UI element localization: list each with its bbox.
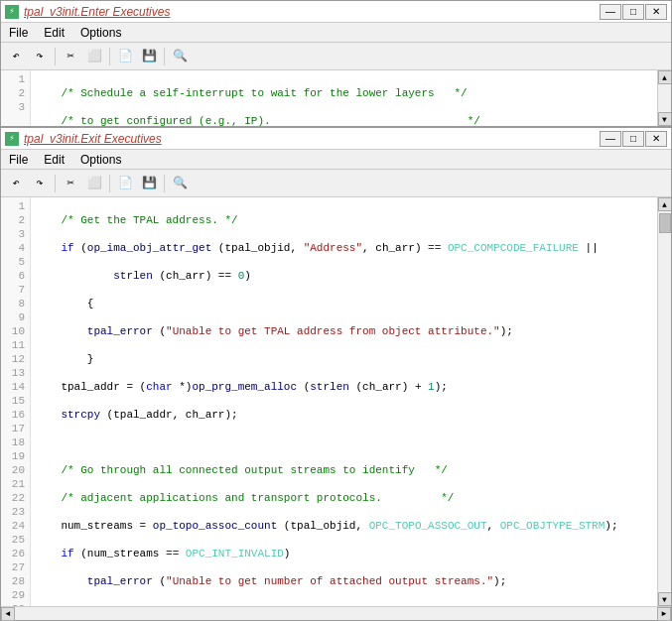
title-text-2: tpal_v3init.Exit Executives xyxy=(24,132,600,146)
menu-options-1[interactable]: Options xyxy=(76,25,125,41)
code-line-2-6: } xyxy=(35,352,653,366)
line-num-1: 1 xyxy=(1,72,30,86)
toolbar-sep-5 xyxy=(109,175,110,192)
code-content-1[interactable]: /* Schedule a self-interrupt to wait for… xyxy=(31,70,657,126)
title-text-1: tpal_v3init.Enter Executives xyxy=(24,5,600,19)
code-line-2-1: /* Get the TPAL address. */ xyxy=(35,213,653,227)
close-btn-1[interactable]: ✕ xyxy=(645,4,667,20)
title-italic-1: tpal_v3init.Enter Executives xyxy=(24,5,170,19)
toolbar-sep-2 xyxy=(109,48,110,65)
copy-btn-2[interactable]: ⬜ xyxy=(83,173,105,194)
toolbar-sep-3 xyxy=(164,48,165,65)
code-line-2-5: tpal_error ("Unable to get TPAL address … xyxy=(35,324,653,338)
code-line-2-10: /* Go through all connected output strea… xyxy=(35,463,653,477)
search-btn-1[interactable]: 🔍 xyxy=(169,46,191,67)
undo-btn-2[interactable]: ↶ xyxy=(5,173,27,194)
window-icon-1: ⚡ xyxy=(5,5,19,19)
toolbar-sep-1 xyxy=(55,48,56,65)
line-num-2: 2 xyxy=(1,86,30,100)
save-btn-2[interactable]: 💾 xyxy=(138,173,160,194)
menu-edit-2[interactable]: Edit xyxy=(40,152,68,168)
file-btn-2[interactable]: 📄 xyxy=(114,173,136,194)
copy-btn-1[interactable]: ⬜ xyxy=(83,46,105,67)
hscroll-bar-2[interactable]: ◄ ► xyxy=(1,606,671,620)
title-bar-buttons-1: — □ ✕ xyxy=(600,4,667,20)
menu-bar-2: File Edit Options xyxy=(1,150,671,170)
close-btn-2[interactable]: ✕ xyxy=(645,131,667,147)
menu-options-2[interactable]: Options xyxy=(76,152,125,168)
scroll-down-2[interactable]: ▼ xyxy=(658,592,672,606)
code-area-1: 1 2 3 /* Schedule a self-interrupt to wa… xyxy=(1,70,671,126)
cut-btn-1[interactable]: ✂ xyxy=(60,46,81,67)
code-line-1-2: /* to get configured (e.g., IP). */ xyxy=(35,114,653,126)
search-btn-2[interactable]: 🔍 xyxy=(169,173,191,194)
title-bar-buttons-2: — □ ✕ xyxy=(600,131,667,147)
window-2: ⚡ tpal_v3init.Exit Executives — □ ✕ File… xyxy=(0,127,672,621)
code-line-2-2: if (op_ima_obj_attr_get (tpal_objid, "Ad… xyxy=(35,241,653,255)
scroll-up-1[interactable]: ▲ xyxy=(658,70,672,84)
line-num-3: 3 xyxy=(1,100,30,114)
save-btn-1[interactable]: 💾 xyxy=(138,46,160,67)
toolbar-1: ↶ ↷ ✂ ⬜ 📄 💾 🔍 xyxy=(1,43,671,70)
cut-btn-2[interactable]: ✂ xyxy=(60,173,81,194)
undo-btn-1[interactable]: ↶ xyxy=(5,46,27,67)
code-line-2-14: tpal_error ("Unable to get number of att… xyxy=(35,574,653,588)
minimize-btn-1[interactable]: — xyxy=(600,4,621,20)
code-line-2-3: strlen (ch_arr) == 0) xyxy=(35,269,653,283)
hscroll-left-2[interactable]: ◄ xyxy=(1,607,15,621)
title-bar-1: ⚡ tpal_v3init.Enter Executives — □ ✕ xyxy=(1,1,671,23)
maximize-btn-1[interactable]: □ xyxy=(622,4,644,20)
window-icon-2: ⚡ xyxy=(5,132,19,146)
code-line-2-7: tpal_addr = (char *)op_prg_mem_alloc (st… xyxy=(35,380,653,394)
scroll-down-1[interactable]: ▼ xyxy=(658,112,672,126)
code-line-1-1: /* Schedule a self-interrupt to wait for… xyxy=(35,86,653,100)
hscroll-right-2[interactable]: ► xyxy=(657,607,671,621)
title-italic-2: tpal_v3init.Exit Executives xyxy=(24,132,162,146)
toolbar-2: ↶ ↷ ✂ ⬜ 📄 💾 🔍 xyxy=(1,170,671,197)
code-line-2-13: if (num_streams == OPC_INT_INVALID) xyxy=(35,547,653,560)
code-content-2[interactable]: /* Get the TPAL address. */ if (op_ima_o… xyxy=(31,197,657,606)
code-line-2-8: strcpy (tpal_addr, ch_arr); xyxy=(35,408,653,422)
code-line-2-4: { xyxy=(35,297,653,310)
toolbar-sep-6 xyxy=(164,175,165,192)
scroll-up-2[interactable]: ▲ xyxy=(658,197,672,211)
line-numbers-1: 1 2 3 xyxy=(1,70,31,126)
title-bar-2: ⚡ tpal_v3init.Exit Executives — □ ✕ xyxy=(1,128,671,150)
menu-edit-1[interactable]: Edit xyxy=(40,25,68,41)
redo-btn-1[interactable]: ↷ xyxy=(29,46,51,67)
scroll-track-2[interactable]: ▲ ▼ xyxy=(657,197,671,606)
redo-btn-2[interactable]: ↷ xyxy=(29,173,51,194)
code-line-2-15 xyxy=(35,602,653,606)
scroll-thumb-2[interactable] xyxy=(659,213,671,233)
menu-bar-1: File Edit Options xyxy=(1,23,671,43)
maximize-btn-2[interactable]: □ xyxy=(622,131,644,147)
scroll-track-1[interactable]: ▲ ▼ xyxy=(657,70,671,126)
code-area-2: 1 2 3 4 5 6 7 8 9 10 11 12 13 14 15 16 1… xyxy=(1,197,671,606)
toolbar-sep-4 xyxy=(55,175,56,192)
minimize-btn-2[interactable]: — xyxy=(600,131,621,147)
line-numbers-2: 1 2 3 4 5 6 7 8 9 10 11 12 13 14 15 16 1… xyxy=(1,197,31,606)
menu-file-2[interactable]: File xyxy=(5,152,32,168)
window-1: ⚡ tpal_v3init.Enter Executives — □ ✕ Fil… xyxy=(0,0,672,127)
code-line-2-12: num_streams = op_topo_assoc_count (tpal_… xyxy=(35,519,653,533)
code-line-2-11: /* adjacent applications and transport p… xyxy=(35,491,653,505)
file-btn-1[interactable]: 📄 xyxy=(114,46,136,67)
code-line-2-9 xyxy=(35,435,653,449)
menu-file-1[interactable]: File xyxy=(5,25,32,41)
